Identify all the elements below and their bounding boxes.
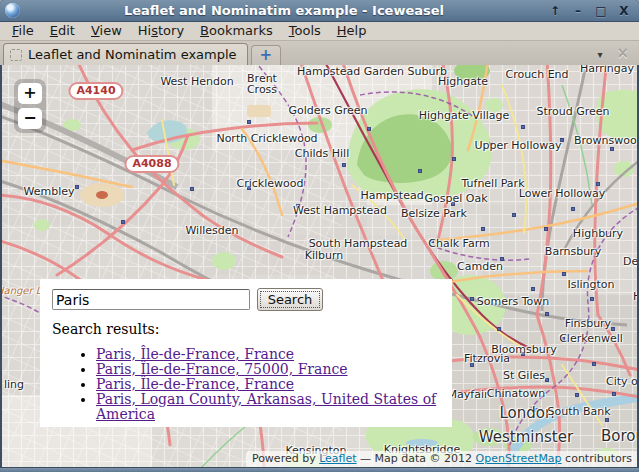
tab-label: Leaflet and Nominatim example — [28, 47, 237, 62]
station-marker-icon — [545, 378, 549, 382]
search-results: Search results: Paris, Île-de-France, Fr… — [40, 317, 452, 422]
search-result-link[interactable]: Paris, Île-de-France, France — [96, 376, 294, 392]
station-marker-icon — [562, 272, 566, 276]
leaflet-link[interactable]: Leaflet — [319, 452, 356, 465]
road-shield-a4088: A4088 — [124, 155, 179, 173]
station-marker-icon — [367, 127, 371, 131]
station-marker-icon — [500, 257, 504, 261]
station-marker-icon — [247, 120, 251, 124]
menu-bar: FileEditViewHistoryBookmarksToolsHelp — [0, 22, 639, 41]
station-marker-icon — [571, 207, 575, 211]
station-marker-icon — [590, 297, 594, 301]
station-marker-icon — [575, 393, 579, 397]
browser-window: Leaflet and Nominatim example - Icewease… — [0, 0, 639, 472]
station-marker-icon — [531, 287, 535, 291]
station-marker-icon — [560, 138, 564, 142]
shade-window-button[interactable]: ↑ — [548, 4, 562, 18]
tab-bar: Leaflet and Nominatim example + ▾ × — [0, 41, 639, 65]
station-marker-icon — [481, 227, 485, 231]
zoom-out-button[interactable]: − — [18, 108, 42, 129]
maximize-button[interactable]: □ — [594, 4, 608, 18]
station-marker-icon — [470, 297, 474, 301]
station-marker-icon — [596, 182, 600, 186]
attribution-middle: — Map data © 2012 — [357, 452, 476, 465]
attribution-prefix: Powered by — [252, 452, 319, 465]
menu-help[interactable]: Help — [329, 22, 375, 40]
station-marker-icon — [75, 185, 79, 189]
station-marker-icon — [521, 352, 525, 356]
search-result-item: Paris, Île-de-France, France — [96, 347, 452, 362]
search-result-link[interactable]: Paris, Île-de-France, 75000, France — [96, 361, 348, 377]
menu-file[interactable]: File — [4, 22, 42, 40]
search-result-item: Paris, Île-de-France, 75000, France — [96, 362, 452, 377]
tab-list-dropdown-icon[interactable]: ▾ — [597, 49, 602, 60]
menu-view[interactable]: View — [83, 22, 130, 40]
zoom-in-button[interactable]: + — [18, 83, 42, 104]
openstreetmap-link[interactable]: OpenStreetMap — [476, 452, 562, 465]
station-marker-icon — [452, 157, 456, 161]
station-marker-icon — [544, 227, 548, 231]
close-tab-icon[interactable]: × — [616, 44, 629, 62]
station-marker-icon — [535, 408, 539, 412]
search-result-link[interactable]: Paris, Logan County, Arkansas, United St… — [96, 391, 436, 422]
station-marker-icon — [121, 220, 125, 224]
station-marker-icon — [561, 337, 565, 341]
menu-bookmarks[interactable]: Bookmarks — [192, 22, 281, 40]
search-panel: Search Search results: Paris, Île-de-Fra… — [40, 279, 452, 427]
attribution-suffix: contributors — [562, 452, 632, 465]
window-title: Leaflet and Nominatim example - Icewease… — [20, 3, 548, 18]
search-result-item: Paris, Logan County, Arkansas, United St… — [96, 392, 452, 422]
station-marker-icon — [592, 362, 596, 366]
tab-favicon-placeholder-icon — [10, 49, 22, 61]
station-marker-icon — [342, 163, 346, 167]
search-results-heading: Search results: — [52, 321, 452, 337]
station-marker-icon — [497, 327, 501, 331]
minimize-button[interactable]: – — [571, 4, 585, 18]
station-marker-icon — [296, 204, 300, 208]
menu-edit[interactable]: Edit — [42, 22, 83, 40]
search-results-list: Paris, Île-de-France, FranceParis, Île-d… — [40, 347, 452, 422]
leaflet-map[interactable]: Hampstead Garden SuburbHarringayCrouch E… — [2, 65, 637, 467]
station-marker-icon — [610, 147, 614, 151]
title-bar[interactable]: Leaflet and Nominatim example - Icewease… — [0, 0, 639, 22]
station-marker-icon — [430, 239, 434, 243]
station-marker-icon — [612, 392, 616, 396]
station-marker-icon — [190, 187, 194, 191]
station-marker-icon — [521, 125, 525, 129]
station-marker-icon — [470, 363, 474, 367]
close-button[interactable]: X — [617, 4, 631, 18]
tab-leaflet-example[interactable]: Leaflet and Nominatim example — [3, 43, 248, 65]
station-marker-icon — [605, 418, 609, 422]
search-button[interactable]: Search — [257, 288, 323, 311]
map-attribution: Powered by Leaflet — Map data © 2012 Ope… — [246, 451, 637, 467]
menu-tools[interactable]: Tools — [281, 22, 329, 40]
station-marker-icon — [611, 327, 615, 331]
new-tab-button[interactable]: + — [251, 45, 282, 65]
window-controls: ↑–□X — [548, 4, 631, 18]
search-input[interactable] — [52, 289, 250, 310]
search-result-link[interactable]: Paris, Île-de-France, France — [96, 346, 294, 362]
station-marker-icon — [500, 393, 504, 397]
station-marker-icon — [247, 186, 251, 190]
station-marker-icon — [451, 202, 455, 206]
menu-history[interactable]: History — [130, 22, 192, 40]
search-result-item: Paris, Île-de-France, France — [96, 377, 452, 392]
iceweasel-logo-icon[interactable] — [5, 3, 20, 18]
station-marker-icon — [545, 312, 549, 316]
road-shield-a4140: A4140 — [68, 82, 123, 100]
station-marker-icon — [512, 213, 516, 217]
station-marker-icon — [418, 169, 422, 173]
station-marker-icon — [489, 142, 493, 146]
window-bottom-edge[interactable] — [0, 467, 639, 472]
zoom-control: + − — [14, 79, 46, 133]
